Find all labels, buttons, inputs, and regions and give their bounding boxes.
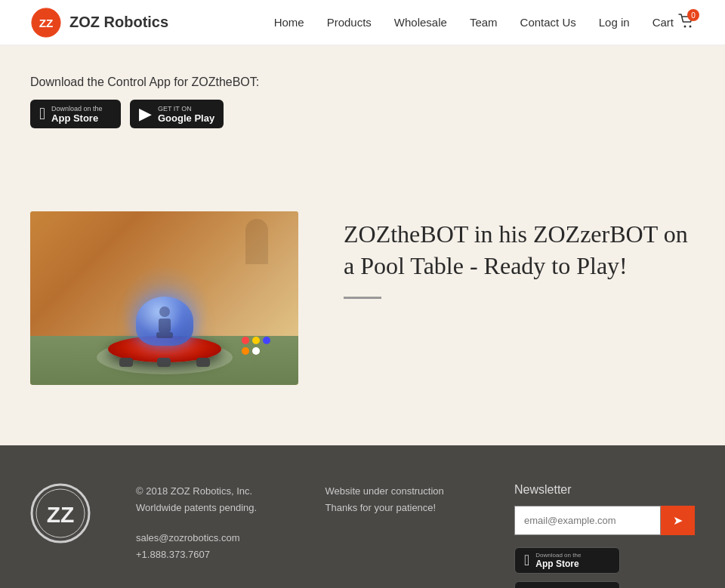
- newsletter-submit-button[interactable]: ➤: [661, 506, 695, 535]
- nav-team[interactable]: Team: [470, 16, 498, 29]
- svg-point-2: [684, 26, 686, 28]
- google-text: GET IT ON Google Play: [158, 105, 214, 124]
- appstore-main: App Store: [51, 112, 103, 124]
- footer-appstore-main: App Store: [535, 559, 581, 569]
- footer-phone: +1.888.373.7607: [136, 546, 280, 563]
- newsletter-email-input[interactable]: [514, 506, 661, 535]
- nav-links: Home Products Wholesale Team Contact Us …: [274, 14, 695, 31]
- footer-logo: ZZ: [30, 483, 91, 546]
- footer-thanks: Thanks for your patience!: [325, 500, 470, 516]
- svg-text:ZZ: ZZ: [47, 502, 75, 527]
- product-divider: [344, 297, 381, 299]
- download-text: Download the Control App for ZOZtheBOT:: [30, 75, 695, 89]
- nav-home[interactable]: Home: [274, 16, 304, 29]
- footer-apple-icon: : [524, 552, 529, 569]
- footer-email[interactable]: sales@zozrobotics.com: [136, 532, 239, 543]
- apple-icon: : [39, 104, 45, 124]
- nav-products[interactable]: Products: [327, 16, 372, 29]
- product-image: [30, 211, 298, 385]
- footer-logo-icon: ZZ: [30, 483, 91, 543]
- nav-cart[interactable]: Cart 0: [652, 14, 695, 31]
- cart-label: Cart: [652, 16, 674, 29]
- footer-newsletter-col: Newsletter ➤  Download on the App Store…: [514, 483, 695, 588]
- footer-appstore-text: Download on the App Store: [535, 552, 581, 569]
- hero-section: Download the Control App for ZOZtheBOT: …: [0, 45, 725, 211]
- footer-website-status: Website under construction: [325, 483, 470, 500]
- newsletter-form: ➤: [514, 506, 695, 535]
- cart-badge: 0: [687, 9, 699, 21]
- footer-status-col: Website under construction Thanks for yo…: [325, 483, 470, 516]
- footer-patents: Worldwide patents pending.: [136, 500, 280, 516]
- navbar: ZZ ZOZ Robotics Home Products Wholesale …: [0, 0, 725, 45]
- newsletter-title: Newsletter: [514, 483, 695, 497]
- product-info: ZOZtheBOT in his ZOZzerBOT on a Pool Tab…: [344, 211, 695, 299]
- appstore-sub: Download on the: [51, 105, 103, 112]
- footer-copyright: © 2018 ZOZ Robotics, Inc.: [136, 483, 280, 500]
- app-badges:  Download on the App Store ▶ GET IT ON …: [30, 100, 695, 128]
- nav-wholesale[interactable]: Wholesale: [394, 16, 447, 29]
- robot-scene: [30, 211, 298, 385]
- footer-appstore-sub: Download on the: [535, 552, 581, 559]
- google-play-badge[interactable]: ▶ GET IT ON Google Play: [130, 100, 224, 128]
- google-play-icon: ▶: [139, 104, 152, 124]
- footer: ZZ © 2018 ZOZ Robotics, Inc. Worldwide p…: [0, 445, 725, 588]
- google-main: Google Play: [158, 112, 214, 124]
- footer-google-badge[interactable]: ▶ GET IT ON Google Play: [514, 581, 620, 588]
- appstore-text: Download on the App Store: [51, 105, 103, 124]
- site-name: ZOZ Robotics: [69, 14, 168, 31]
- svg-point-3: [690, 26, 692, 28]
- cart-icon-wrap: 0: [678, 14, 695, 31]
- logo-icon: ZZ: [30, 7, 62, 38]
- product-title: ZOZtheBOT in his ZOZzerBOT on a Pool Tab…: [344, 219, 695, 282]
- footer-info-col: © 2018 ZOZ Robotics, Inc. Worldwide pate…: [136, 483, 280, 563]
- footer-inner: ZZ © 2018 ZOZ Robotics, Inc. Worldwide p…: [30, 483, 695, 588]
- logo-link[interactable]: ZZ ZOZ Robotics: [30, 7, 168, 38]
- nav-contact[interactable]: Contact Us: [520, 16, 576, 29]
- product-section: ZOZtheBOT in his ZOZzerBOT on a Pool Tab…: [0, 211, 725, 445]
- nav-login[interactable]: Log in: [599, 16, 630, 29]
- footer-appstore-badge[interactable]:  Download on the App Store: [514, 547, 620, 574]
- google-sub: GET IT ON: [158, 105, 214, 112]
- submit-arrow-icon: ➤: [673, 513, 683, 528]
- svg-text:ZZ: ZZ: [39, 16, 54, 29]
- appstore-badge[interactable]:  Download on the App Store: [30, 100, 121, 128]
- footer-app-badges:  Download on the App Store ▶ GET IT ON …: [514, 547, 695, 588]
